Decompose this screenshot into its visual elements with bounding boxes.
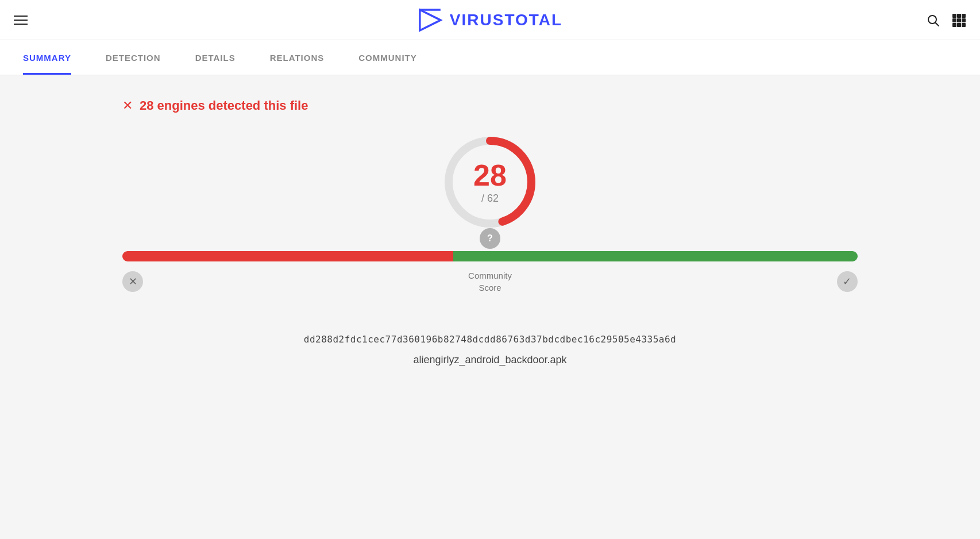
svg-rect-8	[957, 18, 961, 22]
logo-icon	[418, 7, 443, 33]
progress-bar-red	[122, 251, 453, 261]
tab-bar: SUMMARY DETECTION DETAILS RELATIONS COMM…	[0, 40, 980, 75]
search-icon	[926, 13, 940, 27]
question-bubble: ?	[480, 228, 500, 249]
tab-details[interactable]: DETAILS	[195, 40, 236, 75]
svg-rect-9	[962, 18, 966, 22]
tab-relations[interactable]: RELATIONS	[270, 40, 325, 75]
detected-count: 28	[473, 160, 507, 190]
tab-summary[interactable]: SUMMARY	[23, 40, 71, 75]
search-button[interactable]	[926, 13, 940, 27]
svg-rect-4	[952, 14, 956, 18]
header: VIRUSTOTAL	[0, 0, 980, 40]
file-info: dd288d2fdc1cec77d360196b82748dcdd86763d3…	[122, 334, 858, 366]
svg-rect-12	[962, 23, 966, 27]
progress-bar	[122, 251, 858, 261]
grid-menu-button[interactable]	[951, 13, 966, 28]
x-icon: ✕	[122, 98, 133, 113]
check-badge: ✓	[837, 271, 858, 292]
file-hash: dd288d2fdc1cec77d360196b82748dcdd86763d3…	[122, 334, 858, 345]
main-content: ✕ 28 engines detected this file 28 / 62 …	[88, 75, 892, 389]
svg-rect-10	[952, 23, 956, 27]
progress-labels: ✕ Community Score ✓	[122, 270, 858, 294]
progress-section: ? ✕ Community Score ✓	[122, 251, 858, 294]
svg-line-3	[936, 22, 939, 26]
header-right	[926, 13, 966, 28]
logo-text: VIRUSTOTAL	[450, 11, 562, 29]
donut-chart: 28 / 62	[438, 130, 542, 234]
svg-rect-7	[952, 18, 956, 22]
cross-badge: ✕	[122, 271, 143, 292]
tab-detection[interactable]: DETECTION	[106, 40, 161, 75]
file-name: aliengirlyz_android_backdoor.apk	[122, 354, 858, 366]
logo[interactable]: VIRUSTOTAL	[418, 7, 562, 33]
total-count: / 62	[473, 192, 507, 205]
hamburger-menu[interactable]	[14, 16, 28, 25]
gauge-section: 28 / 62 ? ✕ Community Score ✓	[122, 130, 858, 317]
svg-rect-6	[962, 14, 966, 18]
svg-rect-11	[957, 23, 961, 27]
community-score-label: Community Score	[468, 270, 512, 294]
grid-icon	[951, 13, 966, 28]
svg-rect-5	[957, 14, 961, 18]
tab-community[interactable]: COMMUNITY	[358, 40, 417, 75]
progress-bar-green	[453, 251, 858, 261]
donut-center: 28 / 62	[473, 160, 507, 205]
detection-banner: ✕ 28 engines detected this file	[122, 98, 858, 113]
detection-message: 28 engines detected this file	[140, 98, 308, 113]
svg-marker-0	[420, 10, 441, 30]
header-left	[14, 16, 41, 25]
